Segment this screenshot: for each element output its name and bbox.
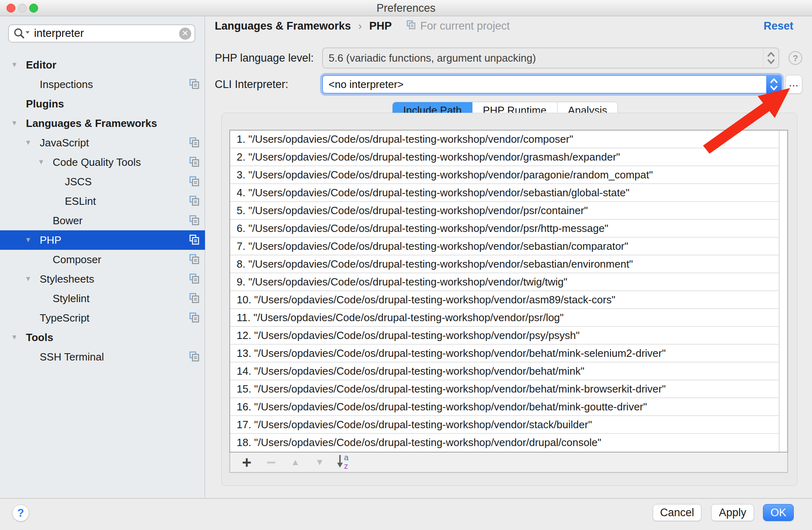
svg-text:a: a [344,453,349,462]
stepper-chevrons-icon[interactable] [766,75,782,94]
chevron-down-icon[interactable]: ▼ [25,230,32,250]
sidebar-item-stylesheets[interactable]: ▼Stylesheets [0,269,205,289]
window-titlebar: Preferences [0,0,812,16]
language-level-select[interactable]: 5.6 (variadic functions, argument unpack… [322,47,779,69]
sidebar-item-jscs[interactable]: JSCS [0,172,205,191]
sidebar-item-label: JSCS [65,172,92,191]
include-path-row[interactable]: 11. "/Users/opdavies/Code/os/drupal-test… [230,309,787,327]
sidebar-item-composer[interactable]: Composer [0,250,205,269]
sidebar-item-languages-frameworks[interactable]: ▼Languages & Frameworks [0,114,205,133]
sidebar-item-label: Stylelint [53,289,90,308]
project-copy-icon [405,19,417,35]
chevron-down-icon[interactable]: ▼ [11,114,18,133]
breadcrumb-parent[interactable]: Languages & Frameworks [215,20,351,32]
sidebar-item-label: Code Quality Tools [53,152,141,172]
include-path-row[interactable]: 14. "/Users/opdavies/Code/os/drupal-test… [230,363,787,380]
project-copy-icon [187,350,201,370]
include-path-row[interactable]: 2. "/Users/opdavies/Code/os/drupal-testi… [230,148,787,166]
sidebar-item-label: PHP [40,230,61,250]
sidebar-item-eslint[interactable]: ESLint [0,191,205,211]
sidebar-item-plugins[interactable]: Plugins [0,94,205,114]
include-path-row[interactable]: 15. "/Users/opdavies/Code/os/drupal-test… [230,380,787,398]
page-title: PHP [369,20,392,32]
sidebar-item-label: Bower [53,211,83,230]
sidebar-item-label: SSH Terminal [40,347,104,367]
search-icon [13,28,31,40]
close-window-button[interactable] [6,4,15,13]
sidebar-item-bower[interactable]: Bower [0,211,205,230]
include-path-row[interactable]: 1. "/Users/opdavies/Code/os/drupal-testi… [230,131,787,148]
add-icon[interactable]: + [238,453,255,471]
sidebar-item-label: Inspections [40,75,93,94]
sidebar-item-tools[interactable]: ▼Tools [0,328,205,347]
minimize-window-button [18,4,27,13]
language-level-help-icon[interactable]: ? [788,51,802,65]
move-down-icon: ▼ [311,453,328,472]
sidebar-item-ssh-terminal[interactable]: SSH Terminal [0,347,205,367]
zoom-window-button[interactable] [29,4,38,13]
breadcrumb: Languages & Frameworks › PHP For current… [215,19,510,33]
chevron-down-icon[interactable]: ▼ [25,269,32,289]
chevron-down-icon[interactable]: ▼ [11,328,18,347]
include-path-list: 1. "/Users/opdavies/Code/os/drupal-testi… [229,130,788,453]
sidebar-item-inspections[interactable]: Inspections [0,75,205,94]
sidebar-item-label: JavaScript [40,133,89,152]
scope-label: For current project [405,20,510,32]
language-level-label: PHP language level: [215,47,314,69]
clear-search-icon[interactable]: ✕ [179,28,191,40]
include-path-row[interactable]: 12. "/Users/opdavies/Code/os/drupal-test… [230,327,787,345]
sidebar-item-label: ESLint [65,191,96,211]
include-path-row[interactable]: 9. "/Users/opdavies/Code/os/drupal-testi… [230,273,787,291]
include-path-row[interactable]: 5. "/Users/opdavies/Code/os/drupal-testi… [230,202,787,220]
sidebar-item-php[interactable]: ▼PHP [0,230,205,250]
cli-interpreter-label: CLI Interpreter: [215,75,288,94]
sort-alphabetically-icon[interactable]: a z [335,453,353,472]
sidebar-item-label: Editor [26,55,56,75]
sidebar-item-javascript[interactable]: ▼JavaScript [0,133,205,152]
include-path-row[interactable]: 10. "/Users/opdavies/Code/os/drupal-test… [230,291,787,309]
include-path-row[interactable]: 3. "/Users/opdavies/Code/os/drupal-testi… [230,166,787,184]
sidebar-item-label: TypeScript [40,308,90,328]
include-path-row[interactable]: 7. "/Users/opdavies/Code/os/drupal-testi… [230,238,787,255]
sidebar-item-label: Plugins [26,94,64,114]
reset-link[interactable]: Reset [763,19,793,33]
footer-divider [0,498,812,499]
sidebar-item-typescript[interactable]: TypeScript [0,308,205,328]
browse-interpreters-button[interactable]: ... [785,75,802,94]
settings-sidebar: ✕ ▼EditorInspections Plugins▼Languages &… [0,16,205,498]
cli-interpreter-combobox[interactable]: <no interpreter> [322,75,782,94]
svg-text:z: z [344,461,348,470]
include-path-row[interactable]: 13. "/Users/opdavies/Code/os/drupal-test… [230,345,787,363]
scrollbar-track[interactable] [779,131,787,452]
help-button[interactable]: ? [12,504,29,521]
list-toolbar: +−▲▼ a z [229,453,788,473]
apply-button[interactable]: Apply [711,504,754,521]
sidebar-item-code-quality-tools[interactable]: ▼Code Quality Tools [0,152,205,172]
sidebar-item-label: Tools [26,328,53,347]
language-level-value: 5.6 (variadic functions, argument unpack… [329,48,536,68]
cli-interpreter-value: <no interpreter> [329,76,404,93]
ok-button[interactable]: OK [763,504,794,521]
include-path-row[interactable]: 16. "/Users/opdavies/Code/os/drupal-test… [230,398,787,416]
chevron-down-icon[interactable]: ▼ [25,133,32,152]
include-path-row[interactable]: 6. "/Users/opdavies/Code/os/drupal-testi… [230,220,787,238]
search-input[interactable] [8,24,195,43]
chevron-down-icon[interactable]: ▼ [38,152,45,172]
include-path-row[interactable]: 18. "/Users/opdavies/Code/os/drupal-test… [230,434,787,452]
breadcrumb-separator: › [353,20,368,32]
move-up-icon: ▲ [287,453,304,472]
cancel-button[interactable]: Cancel [653,504,701,521]
sidebar-item-label: Stylesheets [40,269,94,289]
sidebar-item-label: Languages & Frameworks [26,114,157,133]
include-path-row[interactable]: 4. "/Users/opdavies/Code/os/drupal-testi… [230,184,787,202]
include-path-row[interactable]: 17. "/Users/opdavies/Code/os/drupal-test… [230,416,787,434]
include-path-row[interactable]: 8. "/Users/opdavies/Code/os/drupal-testi… [230,255,787,273]
window-title: Preferences [0,0,812,16]
stepper-chevrons-icon[interactable] [763,48,778,68]
sidebar-item-editor[interactable]: ▼Editor [0,55,205,75]
chevron-down-icon[interactable]: ▼ [11,55,18,75]
remove-icon: − [263,453,280,471]
sidebar-item-label: Composer [53,250,101,269]
sidebar-item-stylelint[interactable]: Stylelint [0,289,205,308]
